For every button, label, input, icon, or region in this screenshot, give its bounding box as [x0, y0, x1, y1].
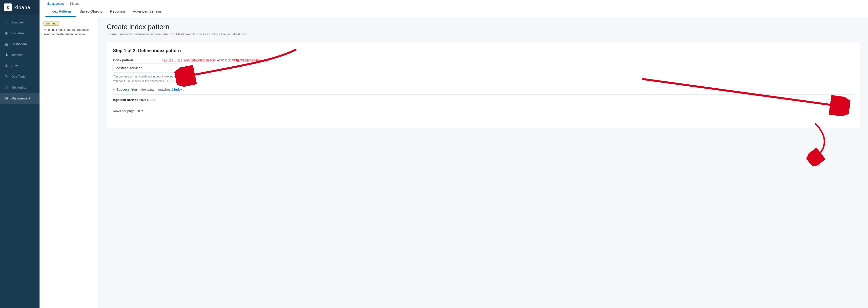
- content-area: Warning No default index pattern. You mu…: [39, 17, 868, 308]
- success-message: ✓ Success! Your index pattern matches 1 …: [113, 88, 854, 91]
- breadcrumb: Management / Kibana: [45, 0, 862, 6]
- sidebar-item-devtools[interactable]: ✎ Dev Tools: [0, 71, 39, 82]
- step-title: Step 1 of 2: Define index pattern: [113, 48, 854, 53]
- tab-index-patterns[interactable]: Index Patterns: [45, 6, 75, 17]
- sidebar-item-label-apm: APM: [11, 64, 18, 68]
- dashboard-icon: ▤: [4, 41, 9, 46]
- breadcrumb-management[interactable]: Management: [46, 2, 64, 5]
- devtools-icon: ✎: [4, 74, 9, 79]
- index-name-bold: logstash-service: [113, 98, 138, 102]
- breadcrumb-kibana: Kibana: [70, 2, 79, 5]
- top-nav: Management / Kibana Index Patterns Saved…: [39, 0, 868, 17]
- next-step-button[interactable]: › Next step: [826, 99, 854, 109]
- page-title: Create index pattern: [107, 23, 860, 31]
- chevron-down-icon: ▾: [141, 109, 143, 113]
- sidebar-item-apm[interactable]: ◎ APM: [0, 60, 39, 71]
- success-text: Your index pattern matches: [131, 88, 171, 91]
- kibana-logo-icon: k: [4, 3, 12, 11]
- rows-per-page-label: Rows per page: 10: [113, 109, 140, 113]
- main-area: Management / Kibana Index Patterns Saved…: [39, 0, 868, 308]
- sidebar-item-monitoring[interactable]: ♡ Monitoring: [0, 82, 39, 93]
- tab-saved-objects[interactable]: Saved Objects: [75, 6, 106, 17]
- sidebar-item-label-visualize: Visualize: [11, 31, 24, 35]
- sidebar-item-timelion[interactable]: ♞ Timelion: [0, 49, 39, 60]
- sidebar-item-label-monitoring: Monitoring: [11, 85, 26, 89]
- tab-reporting[interactable]: Reporting: [106, 6, 129, 17]
- index-result-row: logstash-service-2021.01.24: [113, 94, 854, 105]
- sidebar-item-dashboard[interactable]: ▤ Dashboard: [0, 38, 39, 49]
- match-suffix: .: [183, 88, 184, 91]
- right-panel: ✕ Include system indices Create index pa…: [99, 17, 868, 308]
- field-hint: You can use a * as a wildcard in your in…: [113, 74, 854, 84]
- sidebar-item-label-discover: Discover: [11, 21, 24, 24]
- discover-icon: ○: [4, 20, 9, 25]
- breadcrumb-separator: /: [66, 2, 68, 5]
- sidebar-item-visualize[interactable]: ▣ Visualize: [0, 28, 39, 38]
- sidebar-item-label-timelion: Timelion: [11, 53, 24, 57]
- sidebar-item-discover[interactable]: ○ Discover: [0, 17, 39, 28]
- chevron-right-icon: ›: [832, 102, 833, 106]
- next-step-label: Next step: [834, 102, 849, 106]
- monitoring-icon: ♡: [4, 85, 9, 90]
- success-label: ✓ Success!: [113, 88, 131, 91]
- sidebar-item-label-devtools: Dev Tools: [11, 75, 26, 78]
- visualize-icon: ▣: [4, 31, 9, 36]
- sidebar-item-label-dashboard: Dashboard: [11, 42, 27, 46]
- create-index-pattern-card: Step 1 of 2: Define index pattern Index …: [107, 42, 860, 129]
- annotation-text: 写上这个，这个名字其实是和我们在配置 logstash 文件时配置的索引前缀是一…: [162, 58, 270, 62]
- sidebar-item-management[interactable]: ⚙ Management: [0, 93, 39, 104]
- sidebar-nav: ○ Discover ▣ Visualize ▤ Dashboard ♞ Tim…: [0, 15, 39, 308]
- index-pattern-input[interactable]: [113, 64, 182, 72]
- management-icon: ⚙: [4, 96, 9, 101]
- sidebar: k kibana ○ Discover ▣ Visualize ▤ Dashbo…: [0, 0, 39, 308]
- sidebar-logo-text: kibana: [14, 5, 30, 10]
- warning-panel: Warning No default index pattern. You mu…: [39, 17, 99, 308]
- sidebar-item-label-management: Management: [11, 97, 30, 100]
- match-count: 1 index: [172, 88, 183, 91]
- topnav-tabs: Index Patterns Saved Objects Reporting A…: [45, 6, 862, 17]
- index-name-suffix: -2021.01.24: [138, 98, 155, 102]
- warning-badge: Warning: [43, 21, 59, 26]
- tab-advanced-settings[interactable]: Advanced Settings: [129, 6, 166, 17]
- sidebar-logo[interactable]: k kibana: [0, 0, 39, 15]
- rows-per-page-selector[interactable]: Rows per page: 10 ▾: [113, 109, 854, 113]
- warning-text: No default index pattern. You must selec…: [43, 28, 95, 37]
- apm-icon: ◎: [4, 63, 9, 68]
- timelion-icon: ♞: [4, 52, 9, 57]
- page-subtitle: Kibana uses index patterns to retrieve d…: [107, 32, 860, 36]
